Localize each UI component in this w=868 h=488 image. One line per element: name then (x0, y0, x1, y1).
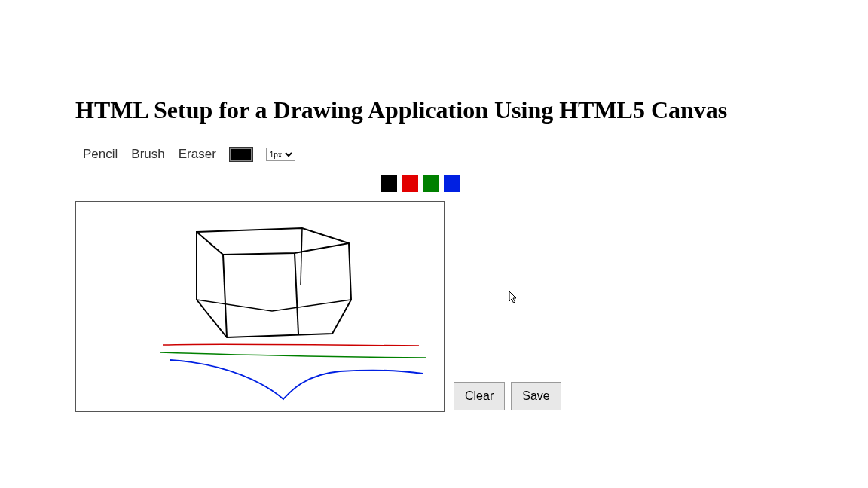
swatch-blue[interactable] (444, 175, 460, 192)
tool-brush[interactable]: Brush (131, 147, 164, 162)
swatch-green[interactable] (423, 175, 439, 192)
tool-eraser[interactable]: Eraser (179, 147, 216, 162)
swatch-red[interactable] (402, 175, 418, 192)
drawing-canvas[interactable] (75, 201, 445, 412)
clear-button[interactable]: Clear (454, 382, 505, 410)
swatch-black[interactable] (381, 175, 397, 192)
color-palette (381, 175, 793, 192)
save-button[interactable]: Save (511, 382, 561, 410)
page-title: HTML Setup for a Drawing Application Usi… (75, 96, 793, 124)
toolbar: Pencil Brush Eraser 1px (75, 147, 793, 162)
tool-pencil[interactable]: Pencil (83, 147, 118, 162)
stroke-size-select[interactable]: 1px (266, 148, 295, 161)
action-buttons: Clear Save (454, 382, 561, 410)
color-picker[interactable] (230, 148, 252, 161)
